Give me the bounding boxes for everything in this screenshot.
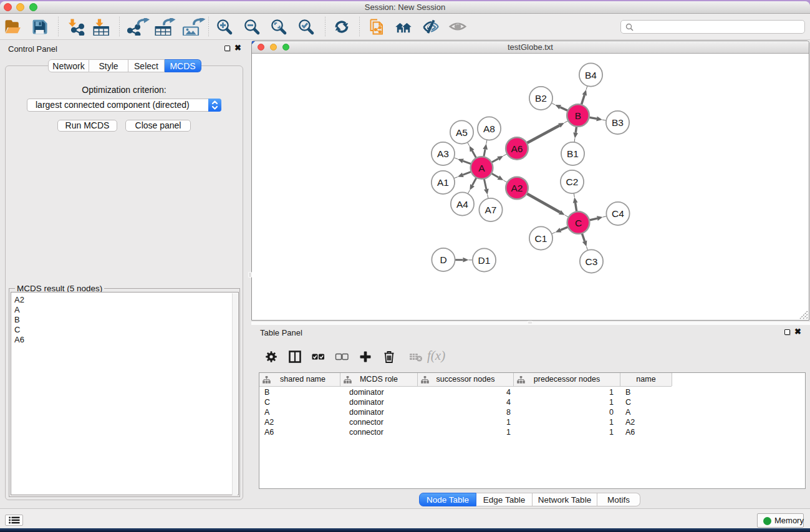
svg-text:B: B [575, 110, 581, 121]
svg-text:B3: B3 [612, 117, 624, 128]
svg-text:A3: A3 [437, 148, 449, 159]
svg-text:C3: C3 [586, 256, 598, 267]
svg-text:C4: C4 [612, 208, 624, 219]
svg-text:A8: A8 [483, 123, 495, 134]
svg-text:A5: A5 [456, 127, 468, 138]
svg-text:C2: C2 [566, 177, 579, 187]
svg-text:A1: A1 [437, 177, 449, 188]
svg-text:C: C [575, 218, 582, 228]
svg-text:D: D [440, 254, 446, 265]
svg-text:A: A [478, 163, 485, 173]
svg-text:B1: B1 [567, 148, 579, 159]
svg-text:A7: A7 [485, 205, 497, 215]
svg-text:D1: D1 [478, 255, 491, 266]
svg-text:B4: B4 [585, 70, 597, 80]
svg-text:B2: B2 [535, 93, 547, 104]
svg-text:A2: A2 [511, 183, 523, 193]
svg-text:A6: A6 [511, 143, 523, 154]
svg-text:A4: A4 [456, 199, 468, 210]
svg-text:C1: C1 [535, 233, 547, 244]
